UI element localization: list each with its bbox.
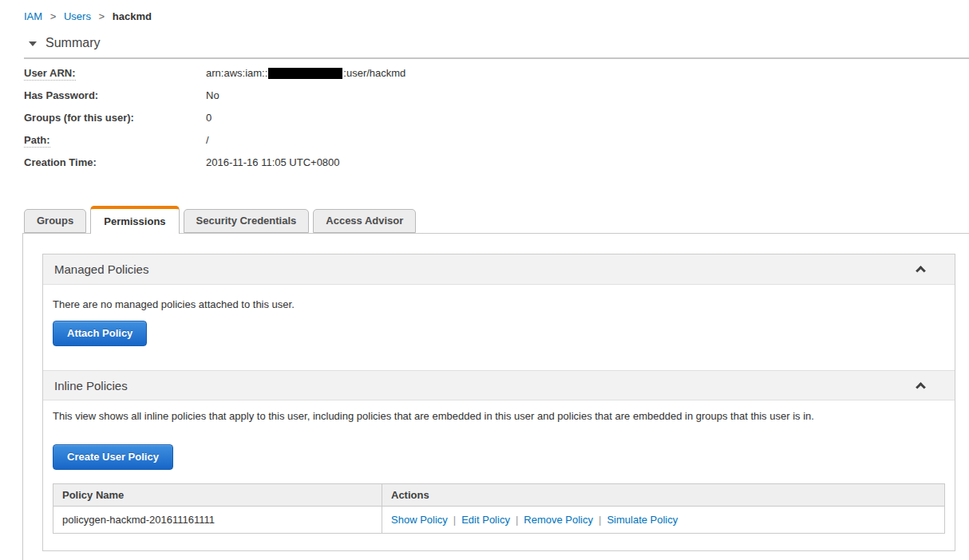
managed-policies-body: There are no managed policies attached t… (43, 285, 955, 370)
summary-row-path: Path: / (24, 134, 405, 156)
redacted-account-id (268, 68, 342, 79)
user-arn-label: User ARN: (24, 67, 206, 79)
summary-row-user-arn: User ARN: arn:aws:iam:::user/hackmd (24, 67, 405, 89)
summary-title: Summary (45, 36, 100, 50)
actions-separator: | (516, 514, 518, 526)
policy-name-cell: policygen-hackmd-201611161111 (53, 507, 382, 534)
path-label: Path: (24, 134, 206, 146)
chevron-up-icon[interactable] (916, 382, 926, 392)
actions-separator: | (599, 514, 601, 526)
creation-time-value: 2016-11-16 11:05 UTC+0800 (206, 156, 340, 168)
simulate-policy-link[interactable]: Simulate Policy (607, 514, 678, 526)
policy-sections: Managed Policies There are no managed po… (42, 254, 955, 551)
tab-groups[interactable]: Groups (24, 209, 86, 233)
inline-policies-title: Inline Policies (54, 379, 128, 392)
inline-policies-body: This view shows all inline policies that… (43, 400, 955, 550)
tab-permissions[interactable]: Permissions (90, 206, 179, 234)
collapse-triangle-icon[interactable] (29, 41, 37, 46)
breadcrumb: IAM > Users > hackmd (24, 10, 152, 22)
creation-time-label: Creation Time: (24, 156, 206, 168)
inline-policies-table: Policy Name Actions policygen-hackmd-201… (53, 483, 945, 534)
column-header-policy-name: Policy Name (53, 484, 382, 507)
summary-section-header[interactable]: Summary (24, 36, 969, 59)
column-header-actions: Actions (382, 484, 945, 507)
remove-policy-link[interactable]: Remove Policy (524, 514, 593, 526)
breadcrumb-link-users[interactable]: Users (64, 10, 91, 22)
policy-actions-cell: Show Policy|Edit Policy|Remove Policy|Si… (382, 507, 945, 534)
has-password-label: Has Password: (24, 89, 206, 101)
summary-fields: User ARN: arn:aws:iam:::user/hackmd Has … (24, 67, 405, 179)
table-row: policygen-hackmd-201611161111 Show Polic… (53, 507, 945, 534)
path-value: / (206, 134, 209, 146)
breadcrumb-separator: > (99, 10, 105, 22)
attach-policy-button[interactable]: Attach Policy (53, 321, 147, 346)
managed-policies-title: Managed Policies (54, 262, 148, 276)
breadcrumb-separator: > (50, 10, 57, 22)
arn-prefix: arn:aws:iam:: (206, 67, 267, 79)
table-header-row: Policy Name Actions (53, 484, 945, 507)
summary-row-has-password: Has Password: No (24, 89, 405, 112)
arn-suffix: :user/hackmd (343, 67, 405, 79)
tab-bar: Groups Permissions Security Credentials … (24, 206, 416, 233)
show-policy-link[interactable]: Show Policy (391, 514, 448, 526)
groups-value: 0 (206, 112, 212, 124)
iam-user-detail-page: IAM > Users > hackmd Summary User ARN: a… (0, 0, 969, 560)
groups-label: Groups (for this user): (24, 112, 206, 124)
chevron-up-icon[interactable] (916, 266, 926, 276)
breadcrumb-link-iam[interactable]: IAM (24, 10, 42, 22)
inline-policies-header[interactable]: Inline Policies (43, 370, 955, 400)
edit-policy-link[interactable]: Edit Policy (461, 514, 510, 526)
inline-policies-description: This view shows all inline policies that… (53, 410, 945, 422)
user-arn-value: arn:aws:iam:::user/hackmd (206, 67, 405, 81)
managed-policies-header[interactable]: Managed Policies (43, 254, 955, 285)
create-user-policy-button[interactable]: Create User Policy (53, 444, 173, 470)
summary-row-creation-time: Creation Time: 2016-11-16 11:05 UTC+0800 (24, 156, 405, 179)
actions-separator: | (453, 514, 456, 526)
has-password-value: No (206, 89, 220, 101)
managed-policies-empty-text: There are no managed policies attached t… (53, 298, 945, 310)
tab-security-credentials[interactable]: Security Credentials (184, 209, 310, 233)
summary-row-groups: Groups (for this user): 0 (24, 112, 405, 134)
tab-access-advisor[interactable]: Access Advisor (313, 209, 416, 233)
breadcrumb-current-user: hackmd (113, 10, 152, 22)
